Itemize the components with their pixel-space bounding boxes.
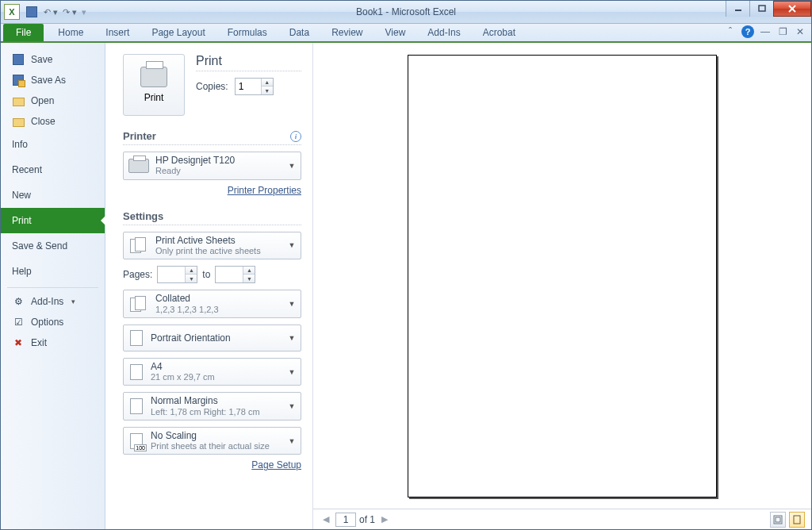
pages-to-input[interactable]: ▲▼ [215,266,255,283]
pages-to-label: to [202,269,210,280]
next-page-button[interactable]: ▶ [378,514,391,524]
minimize-ribbon-icon[interactable]: ˆ [724,25,737,38]
tab-addins[interactable]: Add-Ins [416,24,471,41]
svg-rect-5 [776,517,780,522]
maximize-button[interactable] [749,1,773,17]
menu-options[interactable]: ☑Options [1,312,105,332]
print-button[interactable]: Print [123,54,185,116]
workbook-restore-icon[interactable]: ❐ [776,25,789,38]
menu-print[interactable]: Print [1,208,105,233]
current-page-input[interactable]: 1 [335,513,356,527]
page-navigation: ◀ 1 of 1 ▶ [320,513,391,527]
settings-header-label: Settings [123,210,163,222]
pages-from-input[interactable]: ▲▼ [157,266,197,283]
qat-undo-button[interactable]: ↶ ▾ [42,3,59,21]
collate-title: Collated [155,293,280,304]
window-title: Book1 - Microsoft Excel [356,6,456,17]
menu-help[interactable]: Help [1,259,105,284]
menu-info[interactable]: Info [1,132,105,157]
close-icon [13,118,25,127]
menu-save-as[interactable]: Save As [1,70,105,90]
copies-down-icon[interactable]: ▼ [262,86,273,94]
copies-input[interactable]: ▲▼ [235,78,274,95]
collate-dropdown[interactable]: Collated 1,2,3 1,2,3 1,2,3 ▼ [123,290,301,318]
copies-up-icon[interactable]: ▲ [262,79,273,86]
menu-separator [7,287,98,288]
qat-redo-button[interactable]: ↷ ▾ [61,3,79,21]
paper-icon [130,364,143,380]
page-setup-link[interactable]: Page Setup [123,459,301,470]
exit-icon: ✖ [12,336,25,349]
pages-from-field[interactable] [158,267,185,282]
addins-icon: ⚙ [12,295,25,308]
menu-addins[interactable]: ⚙Add-Ins▾ [1,291,105,312]
save-as-icon [13,75,24,86]
menu-save-as-label: Save As [31,75,66,86]
tab-home[interactable]: Home [47,24,94,41]
tab-formulas[interactable]: Formulas [216,24,278,41]
menu-recent[interactable]: Recent [1,157,105,182]
printer-small-icon [128,159,149,173]
print-button-label: Print [144,92,164,103]
menu-options-label: Options [31,317,63,328]
qat-customize-button[interactable]: ▾ [82,7,86,17]
printer-section-header: Printer i [123,130,301,145]
menu-save[interactable]: Save [1,49,105,70]
help-icon[interactable]: ? [741,25,754,38]
show-margins-button[interactable] [770,512,786,528]
tab-data[interactable]: Data [278,24,320,41]
margins-dropdown[interactable]: Normal Margins Left: 1,78 cm Right: 1,78… [123,392,301,421]
pages-to-field[interactable] [216,267,243,282]
scaling-sub: Print sheets at their actual size [151,441,280,451]
workbook-close-icon[interactable]: ✕ [794,25,806,38]
qat-save-button[interactable] [23,3,40,21]
backstage-view: Save Save As Open Close Info Recent New … [1,43,811,529]
menu-save-send-label: Save & Send [12,240,67,252]
menu-save-send[interactable]: Save & Send [1,233,105,259]
tab-page-layout[interactable]: Page Layout [140,24,216,41]
printer-header-label: Printer [123,130,156,142]
up-icon[interactable]: ▲ [186,267,197,275]
menu-exit-label: Exit [31,337,47,348]
chevron-down-icon: ▼ [286,402,297,410]
copies-field[interactable] [236,79,261,94]
chevron-down-icon: ▼ [286,300,297,308]
menu-save-label: Save [31,54,52,65]
down-icon[interactable]: ▼ [186,275,197,282]
scaling-dropdown[interactable]: 100 No Scaling Print sheets at their act… [123,427,301,455]
menu-new[interactable]: New [1,182,105,208]
sheets-icon [130,237,147,253]
chevron-down-icon: ▼ [286,334,297,342]
zoom-to-page-button[interactable] [789,512,805,528]
up-icon[interactable]: ▲ [243,267,255,275]
menu-info-label: Info [12,139,28,150]
close-button[interactable] [773,1,811,17]
excel-logo-icon[interactable]: X [4,4,20,20]
tab-review[interactable]: Review [320,24,373,41]
prev-page-button[interactable]: ◀ [320,514,332,524]
down-icon[interactable]: ▼ [243,275,255,282]
paper-sub: 21 cm x 29,7 cm [151,372,280,382]
menu-open[interactable]: Open [1,90,105,111]
printer-dropdown[interactable]: HP Designjet T120 Ready ▼ [123,152,301,180]
save-icon [13,54,24,65]
pages-label: Pages: [123,269,152,280]
print-what-dropdown[interactable]: Print Active Sheets Only print the activ… [123,232,301,260]
printer-properties-link[interactable]: Printer Properties [123,185,301,196]
tab-acrobat[interactable]: Acrobat [472,24,527,41]
print-what-title: Print Active Sheets [155,235,280,246]
print-preview: ◀ 1 of 1 ▶ [313,43,811,529]
info-icon[interactable]: i [290,131,301,142]
margins-icon [130,398,143,414]
minimize-button[interactable] [726,1,749,17]
paper-size-dropdown[interactable]: A4 21 cm x 29,7 cm ▼ [123,358,301,386]
page-total-label: of 1 [359,514,375,525]
tab-file[interactable]: File [3,24,44,41]
menu-exit[interactable]: ✖Exit [1,332,105,353]
workbook-minimize-icon[interactable]: — [759,25,772,38]
tab-insert[interactable]: Insert [94,24,140,41]
orientation-dropdown[interactable]: Portrait Orientation ▼ [123,325,301,351]
scaling-title: No Scaling [151,430,280,441]
tab-view[interactable]: View [374,24,417,41]
menu-close[interactable]: Close [1,111,105,132]
